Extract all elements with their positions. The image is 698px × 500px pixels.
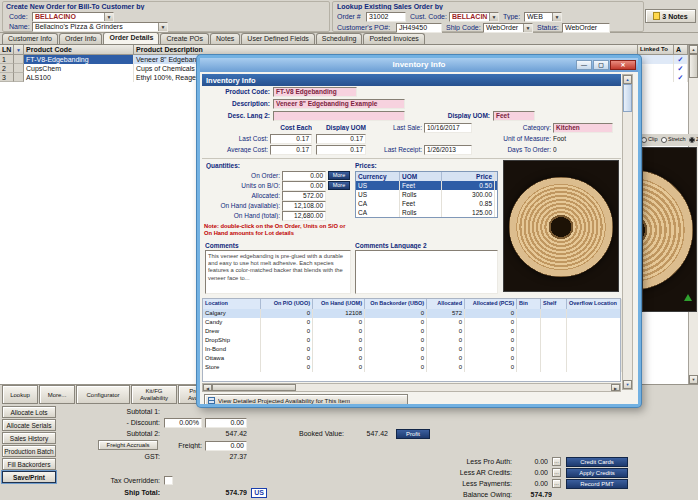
category-field[interactable]: Kitchen (553, 123, 613, 133)
col-uom[interactable]: UOM (400, 172, 442, 181)
desc-lang2-field[interactable] (273, 111, 405, 121)
col-on-po[interactable]: On P/O (UOO) (261, 299, 313, 309)
maximize-icon[interactable]: ▢ (593, 60, 609, 70)
tab-order-details[interactable]: Order Details (103, 32, 159, 44)
type-combo[interactable]: WEB▼ (524, 12, 562, 22)
description-field[interactable]: Veneer 8" Edgebanding Example (273, 99, 405, 109)
scroll-right-arrow[interactable]: ▶ (611, 384, 620, 391)
on-hand-total-value[interactable]: 12,680.00 (282, 211, 326, 221)
last-cost-each-field[interactable]: 0.17 (270, 134, 312, 144)
notes-button[interactable]: 3 Notes (645, 9, 696, 23)
comments-box[interactable]: This veneer edgebanding is pre-glued wit… (205, 250, 351, 294)
location-row[interactable]: Calgary 0 12108 0 572 0 (203, 309, 620, 318)
save-print-button[interactable]: Save/Print (2, 471, 56, 483)
col-allocated[interactable]: Allocated (427, 299, 465, 309)
view-projected-availability-button[interactable]: View Detailed Projected Availability for… (204, 394, 408, 404)
row-product-code[interactable]: FT-V8-Edgebanding (24, 55, 134, 64)
on-order-value[interactable]: 0.00 (282, 171, 326, 181)
location-row[interactable]: DropShip 0 0 0 0 0 (203, 336, 620, 345)
tab-more[interactable]: More... (39, 385, 75, 404)
zoom-radio[interactable] (689, 137, 695, 143)
scroll-down-arrow[interactable]: ▼ (623, 380, 632, 389)
scroll-left-arrow[interactable]: ◀ (203, 384, 212, 391)
units-on-bo-more-button[interactable]: More (328, 181, 350, 190)
clip-radio[interactable] (641, 137, 647, 143)
tab-lookup[interactable]: Lookup (2, 385, 38, 404)
ar-credits-more-button[interactable]: … (552, 468, 561, 477)
status-field[interactable]: WebOrder (562, 23, 610, 33)
fill-backorders-button[interactable]: Fill Backorders (2, 458, 56, 470)
credit-cards-button[interactable]: Credit Cards (566, 457, 628, 467)
row-linked-to[interactable] (638, 55, 674, 64)
row-product-code[interactable]: CupsChem (24, 64, 134, 73)
on-order-more-button[interactable]: More (328, 171, 350, 180)
product-code-field[interactable]: FT-V8 Edgebanding (273, 87, 357, 97)
record-pmt-button[interactable]: Record PMT (566, 479, 628, 489)
tab-order-info[interactable]: Order Info (59, 33, 103, 44)
locations-h-scrollbar[interactable]: ◀ ▶ (202, 383, 621, 392)
units-on-bo-value[interactable]: 0.00 (282, 181, 326, 191)
tab-scheduling[interactable]: Scheduling (316, 33, 363, 44)
col-price[interactable]: Price (442, 172, 495, 181)
stretch-radio[interactable] (661, 137, 667, 143)
location-row[interactable]: Ottawa 0 0 0 0 0 (203, 354, 620, 363)
tab-customer-info[interactable]: Customer Info (2, 33, 58, 44)
chevron-down-icon[interactable]: ▼ (552, 13, 561, 21)
profit-button[interactable]: Profit (396, 429, 430, 439)
tab-notes[interactable]: Notes (210, 33, 240, 44)
col-location[interactable]: Location (203, 299, 261, 309)
tab-user-defined-fields[interactable]: User Defined Fields (241, 33, 314, 44)
row-a-check[interactable]: ✓ (674, 73, 688, 82)
scroll-thumb[interactable] (212, 384, 296, 391)
last-cost-uom-field[interactable]: 0.17 (316, 134, 366, 144)
location-row[interactable]: Drew 0 0 0 0 0 (203, 327, 620, 336)
scroll-down-arrow[interactable]: ▼ (689, 375, 698, 384)
cust-code-combo[interactable]: BELLACIN▼ (449, 12, 499, 22)
close-icon[interactable]: ✕ (610, 60, 636, 70)
price-row[interactable]: CA Rolls 125.00 (356, 208, 497, 217)
pro-auth-more-button[interactable]: … (552, 457, 561, 466)
modal-scrollbar[interactable]: ▲ ▼ (622, 74, 633, 390)
price-row[interactable]: US Feet 0.50 (356, 181, 497, 190)
row-linked-to[interactable] (638, 73, 674, 82)
location-row[interactable]: Candy 0 0 0 0 0 (203, 318, 620, 327)
sales-history-button[interactable]: Sales History (2, 432, 56, 444)
last-sale-field[interactable]: 10/16/2017 (424, 123, 472, 133)
col-linked-to[interactable]: Linked To (638, 45, 674, 55)
allocate-serials-button[interactable]: Allocate Serials (2, 419, 56, 431)
tax-overridden-checkbox[interactable] (164, 476, 173, 485)
price-row[interactable]: US Rolls 300.00 (356, 190, 497, 199)
ship-code-combo[interactable]: WebOrder▼ (483, 23, 533, 33)
allocate-lots-button[interactable]: Allocate Lots (2, 406, 56, 418)
scroll-up-arrow[interactable]: ▲ (623, 75, 632, 84)
currency-badge[interactable]: US (251, 488, 267, 498)
freight-field[interactable]: 0.00 (205, 441, 247, 451)
scroll-up-arrow[interactable]: ▲ (689, 45, 698, 54)
average-cost-each-field[interactable]: 0.17 (270, 145, 312, 155)
discount-pct-field[interactable]: 0.00% (164, 418, 202, 428)
order-number-field[interactable]: 31002 (366, 12, 406, 22)
apply-credits-button[interactable]: Apply Credits (566, 468, 628, 478)
allocated-value[interactable]: 572.00 (282, 191, 326, 201)
col-product-code[interactable]: Product Code (24, 45, 134, 55)
average-cost-uom-field[interactable]: 0.17 (316, 145, 366, 155)
row-linked-to[interactable] (638, 64, 674, 73)
chevron-down-icon[interactable]: ▼ (104, 13, 113, 21)
customers-po-field[interactable]: JH49450 (396, 23, 442, 33)
location-row[interactable]: Store 0 0 0 0 0 (203, 363, 620, 372)
col-currency[interactable]: Currency (356, 172, 400, 181)
bill-to-code-combo[interactable]: BELLACINO▼ (32, 12, 114, 22)
tab-posted-invoices[interactable]: Posted Invoices (363, 33, 424, 44)
bill-to-name-combo[interactable]: Bellacino's Pizza & Grinders▼ (32, 22, 168, 32)
location-row[interactable]: In-Bond 0 0 0 0 0 (203, 345, 620, 354)
tab-kitfg-availability[interactable]: Kit/FG Availability (131, 385, 177, 404)
col-marker[interactable]: ▼ (14, 45, 24, 55)
row-product-code[interactable]: ALS100 (24, 73, 134, 82)
payments-more-button[interactable]: … (552, 479, 561, 488)
chevron-down-icon[interactable]: ▼ (523, 24, 532, 32)
col-a[interactable]: A (674, 45, 688, 55)
minimize-icon[interactable]: — (576, 60, 592, 70)
comments-lang2-box[interactable] (355, 250, 498, 294)
col-bin[interactable]: Bin (517, 299, 541, 309)
on-hand-available-value[interactable]: 12,108.00 (282, 201, 326, 211)
